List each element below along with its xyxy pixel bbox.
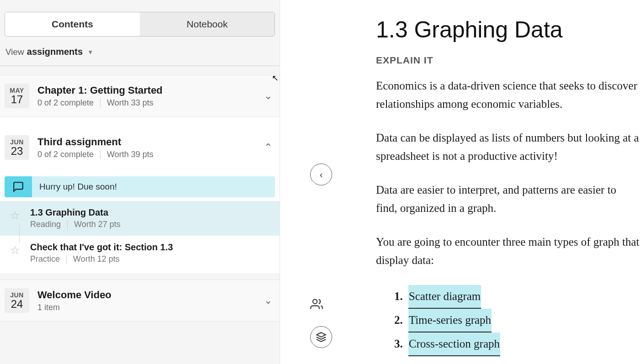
star-column: ☆ [8, 207, 22, 222]
paragraph: Data can be displayed as lists of number… [376, 129, 640, 165]
assignment-progress: 1 item [37, 303, 60, 312]
svg-marker-1 [317, 332, 326, 337]
content-panel: ‹ 1.3 Graphing Data EXPLAIN IT Economics… [280, 0, 640, 364]
section-label: EXPLAIN IT [376, 55, 640, 66]
date-day: 17 [11, 94, 23, 105]
assignment-items: ☆ 1.3 Graphing Data Reading Worth 27 pts… [0, 201, 280, 273]
chevron-down-icon: ▼ [87, 48, 94, 56]
layers-icon [316, 332, 327, 343]
tab-bar: Contents Notebook [5, 12, 275, 37]
assignment-meta: 1 item [37, 303, 264, 312]
item-meta: Reading Worth 27 pts [30, 220, 272, 229]
assignment-progress: 0 of 2 complete [37, 98, 94, 108]
sidebar: Contents Notebook View assignments ▼ MAY… [0, 0, 280, 364]
alert-text: Hurry up! Due soon! [32, 176, 275, 197]
item-title: 1.3 Graphing Data [30, 207, 272, 218]
date-block: MAY 17 [5, 84, 29, 108]
paragraph: You are going to encounter three main ty… [376, 233, 640, 269]
view-value: assignments [27, 47, 83, 57]
meta-separator [67, 220, 68, 229]
meta-separator [66, 255, 67, 264]
assignment-row[interactable]: MAY 17 Chapter 1: Getting Started 0 of 2… [0, 75, 280, 117]
item-title: Check that I've got it: Section 1.3 [30, 242, 272, 253]
assignment-body: Welcome Video 1 item [37, 289, 264, 312]
date-block: JUN 23 [5, 135, 29, 160]
assignment-worth: Worth 33 pts [107, 98, 153, 108]
paragraph: Economics is a data-driven science that … [376, 77, 640, 113]
graph-types-list: 1. Scatter diagram 2. Time-series graph … [376, 285, 640, 356]
assignment-title: Welcome Video [37, 289, 264, 301]
content-item[interactable]: ☆ 1.3 Graphing Data Reading Worth 27 pts [0, 201, 280, 236]
tab-notebook[interactable]: Notebook [140, 12, 275, 36]
chevron-up-icon: ⌃ [264, 142, 272, 153]
meta-separator [100, 150, 100, 159]
previous-page-button[interactable]: ‹ [310, 164, 332, 185]
assignment-title: Third assignment [37, 136, 264, 148]
alert-container: Hurry up! Due soon! [0, 168, 280, 201]
layers-button[interactable] [310, 326, 332, 348]
item-worth: Worth 27 pts [74, 220, 121, 229]
item-meta: Practice Worth 12 pts [30, 254, 272, 264]
star-icon[interactable]: ☆ [10, 244, 20, 257]
assignment-body: Third assignment 0 of 2 complete Worth 3… [37, 136, 264, 159]
comment-icon [5, 176, 32, 197]
svg-point-0 [313, 300, 317, 304]
list-item: 2. Time-series graph [394, 309, 640, 332]
item-type: Practice [30, 254, 60, 264]
chevron-down-icon: ⌄ [264, 90, 272, 102]
assignment-worth: Worth 39 pts [107, 150, 153, 159]
list-item: 3. Cross-section graph [394, 332, 640, 356]
tab-contents[interactable]: Contents [5, 12, 140, 36]
glossary-term[interactable]: Time-series graph [408, 309, 492, 332]
glossary-term[interactable]: Cross-section graph [408, 332, 500, 356]
glossary-term[interactable]: Scatter diagram [408, 285, 481, 309]
reading-content: 1.3 Graphing Data EXPLAIN IT Economics i… [280, 0, 640, 356]
group-icon[interactable] [310, 298, 323, 314]
assignment-progress: 0 of 2 complete [37, 150, 94, 159]
list-item: 1. Scatter diagram [394, 285, 640, 309]
paragraph: Data are easier to interpret, and patter… [376, 181, 640, 217]
spacer [0, 117, 280, 127]
due-soon-alert[interactable]: Hurry up! Due soon! [5, 176, 275, 197]
spacer [0, 273, 280, 280]
page-title: 1.3 Graphing Data [376, 16, 640, 43]
view-dropdown[interactable]: View assignments ▼ [0, 45, 280, 65]
spacer [0, 66, 280, 75]
date-day: 23 [11, 146, 23, 157]
item-worth: Worth 12 pts [73, 254, 120, 264]
chevron-left-icon: ‹ [320, 169, 323, 180]
item-type: Reading [30, 220, 61, 229]
assignment-title: Chapter 1: Getting Started [37, 84, 264, 96]
assignment-row[interactable]: JUN 23 Third assignment 0 of 2 complete … [0, 127, 280, 168]
item-body: Check that I've got it: Section 1.3 Prac… [30, 242, 272, 264]
item-body: 1.3 Graphing Data Reading Worth 27 pts [30, 207, 272, 229]
assignment-meta: 0 of 2 complete Worth 39 pts [37, 150, 264, 159]
meta-separator [100, 98, 100, 107]
star-icon[interactable]: ☆ [10, 209, 20, 222]
content-item[interactable]: ☆ Check that I've got it: Section 1.3 Pr… [0, 236, 280, 270]
assignment-body: Chapter 1: Getting Started 0 of 2 comple… [37, 84, 264, 108]
view-label: View [5, 47, 24, 57]
assignment-meta: 0 of 2 complete Worth 33 pts [37, 98, 264, 108]
chevron-down-icon: ⌄ [264, 295, 272, 306]
star-column: ☆ [8, 242, 22, 257]
assignment-row[interactable]: JUN 24 Welcome Video 1 item ⌄ [0, 280, 280, 322]
date-day: 24 [11, 299, 23, 310]
date-block: JUN 24 [5, 288, 29, 313]
